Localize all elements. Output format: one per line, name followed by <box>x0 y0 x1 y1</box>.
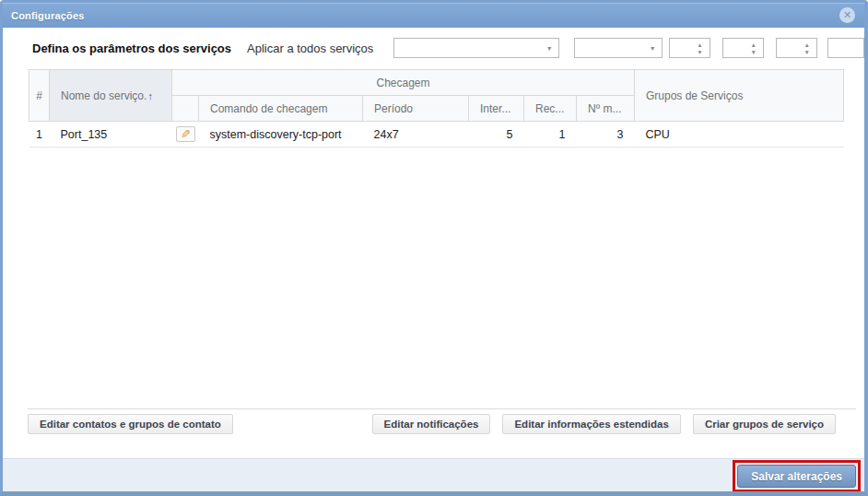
col-header-service-groups[interactable]: Grupos de Serviços <box>635 70 844 122</box>
cell-period: 24x7 <box>363 122 469 148</box>
col-header-edit-icon <box>172 96 199 122</box>
actions-right-group: Editar notificações Editar informações e… <box>372 414 836 434</box>
toolbar-clipped-control[interactable] <box>827 38 864 58</box>
cell-service-groups: CPU <box>635 122 844 148</box>
dialog-title: Configurações <box>3 10 85 21</box>
chevron-down-icon: ▼ <box>546 45 553 52</box>
spinner-field-3[interactable]: ▲▼ <box>776 38 817 58</box>
spinner-field-2[interactable]: ▲▼ <box>722 38 764 58</box>
col-header-service-name[interactable]: Nome do serviço.↑ <box>50 70 172 122</box>
spinner-field-1[interactable]: ▲▼ <box>669 38 710 58</box>
save-button-highlight-box: Salvar alterações <box>733 460 861 492</box>
close-icon: ✕ <box>843 10 851 20</box>
edit-contacts-button[interactable]: Editar contatos e grupos de contato <box>28 414 233 434</box>
toolbar-heading: Defina os parâmetros dos serviços <box>32 41 231 55</box>
create-service-groups-button[interactable]: Criar grupos de serviço <box>693 414 836 434</box>
col-group-header-check: Checagem <box>172 70 635 96</box>
save-changes-button[interactable]: Salvar alterações <box>737 465 856 488</box>
apply-dropdown-2[interactable]: ▼ <box>574 38 663 58</box>
cell-service-name: Port_135 <box>50 122 172 148</box>
spinner-arrows-icon[interactable]: ▲▼ <box>697 41 702 56</box>
actions-bar: Editar contatos e grupos de contato Edit… <box>28 414 836 434</box>
col-header-check-command[interactable]: Comando de checagem <box>199 96 363 122</box>
edit-service-button[interactable]: ✎ <box>176 126 195 142</box>
cell-check-command: system-discovery-tcp-port <box>199 122 363 148</box>
col-header-num-max[interactable]: Nº m... <box>577 96 635 122</box>
edit-notifications-button[interactable]: Editar notificações <box>372 414 491 434</box>
cell-row-number: 1 <box>29 122 50 148</box>
titlebar: Configurações ✕ <box>3 3 864 28</box>
col-header-interval[interactable]: Inter... <box>469 96 524 122</box>
table-row[interactable]: 1 Port_135 ✎ system-discovery-tcp-port 2… <box>29 122 844 148</box>
services-table: # Nome do serviço.↑ Checagem Grupos de S… <box>29 69 844 148</box>
pencil-icon: ✎ <box>181 128 191 140</box>
cell-edit: ✎ <box>172 122 199 148</box>
chevron-down-icon: ▼ <box>650 45 656 52</box>
col-header-period[interactable]: Período <box>363 96 469 122</box>
cell-interval: 5 <box>469 122 524 148</box>
col-header-number[interactable]: # <box>29 70 50 122</box>
spinner-arrows-icon[interactable]: ▲▼ <box>804 41 810 56</box>
apply-dropdown-1[interactable]: ▼ <box>393 38 558 58</box>
close-button[interactable]: ✕ <box>839 7 855 23</box>
apply-to-all-label: Aplicar a todos serviços <box>247 41 373 55</box>
dialog-footer: Salvar alterações <box>3 458 864 491</box>
sort-ascending-icon: ↑ <box>147 90 153 101</box>
cell-rec: 1 <box>524 122 577 148</box>
edit-extended-info-button[interactable]: Editar informações estendidas <box>502 414 680 434</box>
actions-divider <box>28 408 856 409</box>
toolbar: Defina os parâmetros dos serviços Aplica… <box>3 28 864 68</box>
spinner-arrows-icon[interactable]: ▲▼ <box>750 41 756 56</box>
col-header-rec[interactable]: Rec... <box>524 96 577 122</box>
cell-num-max: 3 <box>577 122 635 148</box>
settings-dialog: Configurações ✕ Defina os parâmetros dos… <box>0 0 868 496</box>
